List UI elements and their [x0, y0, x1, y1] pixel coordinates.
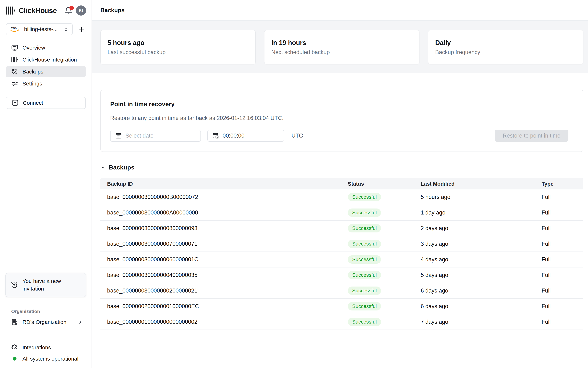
table-row[interactable]: base_000000030000000400000035 Successful…	[100, 267, 583, 283]
notification-dot	[70, 6, 74, 10]
status-cell: Successful	[348, 271, 421, 279]
status-cell: Successful	[348, 302, 421, 311]
date-picker-input[interactable]: Select date	[110, 130, 201, 142]
column-header-backup-id: Backup ID	[107, 181, 348, 187]
organization-section-label: Organization	[11, 309, 92, 314]
last-backup-card: 5 hours ago Last successful backup	[100, 30, 255, 64]
backup-history-icon	[11, 68, 18, 75]
connect-signal-icon	[11, 99, 19, 107]
card-title: 5 hours ago	[107, 39, 255, 47]
sliders-icon	[11, 80, 18, 87]
app-title: ClickHouse	[19, 7, 57, 15]
type-cell: Full	[542, 256, 583, 263]
backup-id-cell: base_000000030000000800000093	[107, 225, 348, 231]
building-icon	[11, 318, 18, 326]
last-modified-cell: 2 days ago	[421, 225, 542, 231]
chevron-down-icon	[100, 165, 106, 170]
sidebar-item-overview[interactable]: Overview	[6, 42, 86, 53]
type-cell: Full	[542, 225, 583, 231]
calendar-clock-icon	[212, 132, 219, 139]
chevron-up-down-icon	[63, 26, 69, 32]
column-header-type: Type	[542, 181, 583, 187]
table-row[interactable]: base_000000030000000B00000072 Successful…	[100, 189, 583, 205]
last-modified-cell: 1 day ago	[421, 209, 542, 216]
app-window: ClickHouse KI aws	[0, 0, 588, 368]
service-selector[interactable]: aws billing-tests-...	[6, 23, 73, 35]
status-badge: Successful	[348, 318, 381, 326]
status-cell: Successful	[348, 286, 421, 295]
status-cell: Successful	[348, 209, 421, 217]
last-modified-cell: 3 days ago	[421, 241, 542, 247]
avatar[interactable]: KI	[76, 5, 86, 16]
last-modified-cell: 5 days ago	[421, 272, 542, 278]
time-value: 00:00:00	[223, 132, 245, 139]
last-modified-cell: 4 days ago	[421, 256, 542, 263]
pitr-controls: Select date 00:00:00	[110, 130, 573, 142]
aws-logo-icon: aws	[10, 26, 20, 32]
connect-button[interactable]: Connect	[6, 97, 86, 109]
status-cell: Successful	[348, 224, 421, 232]
status-badge: Successful	[348, 224, 381, 232]
type-cell: Full	[542, 287, 583, 294]
backup-id-cell: base_000000010000000000000002	[107, 319, 348, 325]
sidebar-item-settings[interactable]: Settings	[6, 78, 86, 89]
card-title: Daily	[435, 39, 583, 47]
last-modified-cell: 7 days ago	[421, 319, 542, 325]
overview-board-icon	[11, 44, 18, 52]
backup-id-cell: base_000000030000000A00000000	[107, 209, 348, 216]
date-placeholder: Select date	[125, 132, 154, 139]
invitation-notice[interactable]: You have a new invitation	[5, 273, 86, 297]
type-cell: Full	[542, 194, 583, 200]
card-subtitle: Backup frequency	[435, 49, 583, 55]
table-row[interactable]: base_000000030000000200000021 Successful…	[100, 283, 583, 299]
sidebar: ClickHouse KI aws	[0, 0, 92, 368]
backups-table-body: base_000000030000000B00000072 Successful…	[100, 189, 583, 330]
table-row[interactable]: base_000000030000000A00000000 Successful…	[100, 205, 583, 221]
chevron-right-icon	[77, 319, 83, 325]
invitation-text: You have a new invitation	[22, 277, 68, 293]
sidebar-item-clickhouse-integration[interactable]: ClickHouse integration	[6, 54, 86, 65]
status-badge: Successful	[348, 209, 381, 217]
status-badge: Successful	[348, 286, 381, 295]
column-header-status: Status	[348, 181, 421, 187]
table-row[interactable]: base_0000000200000001000000EC Successful…	[100, 299, 583, 314]
system-status[interactable]: All systems operational	[6, 353, 86, 364]
last-modified-cell: 6 days ago	[421, 303, 542, 310]
last-modified-cell: 5 hours ago	[421, 194, 542, 200]
status-cell: Successful	[348, 255, 421, 264]
status-badge: Successful	[348, 193, 381, 201]
organization-row[interactable]: RD's Organization	[6, 316, 86, 328]
backup-id-cell: base_000000030000000700000071	[107, 241, 348, 247]
table-row[interactable]: base_00000003000000060000001C Successful…	[100, 252, 583, 267]
page-content: Point in time recovery Restore to any po…	[92, 73, 588, 330]
table-row[interactable]: base_000000030000000700000071 Successful…	[100, 236, 583, 252]
plus-icon	[78, 26, 85, 33]
clickhouse-bars-icon	[11, 56, 18, 64]
type-cell: Full	[542, 319, 583, 325]
integrations-link[interactable]: Integrations	[6, 342, 86, 353]
table-row[interactable]: base_000000010000000000000002 Successful…	[100, 314, 583, 330]
status-badge: Successful	[348, 240, 381, 248]
sidebar-item-label: ClickHouse integration	[22, 57, 77, 63]
calendar-icon	[115, 132, 122, 139]
sidebar-bottom: You have a new invitation Organization R…	[0, 273, 92, 364]
logo-row: ClickHouse KI	[0, 0, 92, 21]
backups-table: Backup ID Status Last Modified Type base…	[100, 178, 583, 330]
sidebar-item-label: Settings	[22, 81, 42, 87]
type-cell: Full	[542, 303, 583, 310]
table-row[interactable]: base_000000030000000800000093 Successful…	[100, 221, 583, 236]
sidebar-item-label: Overview	[22, 45, 45, 51]
restore-button[interactable]: Restore to point in time	[495, 130, 568, 142]
sidebar-item-backups[interactable]: Backups	[6, 66, 86, 77]
top-actions: KI	[64, 5, 86, 16]
sidebar-item-label: Backups	[22, 69, 43, 75]
status-text: All systems operational	[22, 356, 78, 362]
table-header-row: Backup ID Status Last Modified Type	[100, 178, 583, 189]
time-picker-input[interactable]: 00:00:00	[207, 130, 284, 142]
puzzle-icon	[11, 344, 18, 351]
type-cell: Full	[542, 209, 583, 216]
integrations-label: Integrations	[22, 344, 51, 350]
backups-section-header[interactable]: Backups	[100, 164, 583, 171]
add-service-button[interactable]	[77, 25, 86, 34]
notifications-button[interactable]	[64, 6, 73, 15]
